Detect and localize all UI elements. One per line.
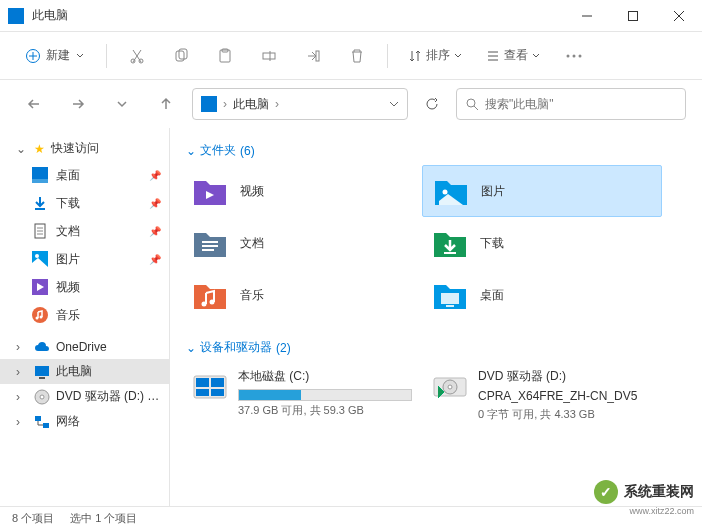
svg-point-43 [443, 190, 448, 195]
share-button[interactable] [295, 38, 331, 74]
svg-point-59 [448, 385, 452, 389]
quick-access-label: 快速访问 [51, 140, 99, 157]
folder-videos[interactable]: 视频 [182, 165, 422, 217]
content-area: ⌄ 文件夹 (6) 视频 图片 文档 下载 音乐 [170, 128, 702, 506]
svg-rect-15 [316, 51, 319, 61]
refresh-icon [425, 97, 439, 111]
svg-rect-54 [211, 378, 224, 387]
sidebar-item-label: 视频 [56, 279, 161, 296]
sidebar-onedrive[interactable]: › OneDrive [0, 335, 169, 359]
svg-rect-56 [211, 389, 224, 396]
svg-rect-13 [263, 53, 275, 59]
drive-name2: CPRA_X64FRE_ZH-CN_DV5 [478, 389, 652, 403]
sidebar-quick-access[interactable]: ⌄ ★ 快速访问 [0, 136, 169, 161]
delete-button[interactable] [339, 38, 375, 74]
trash-icon [349, 48, 365, 64]
sort-label: 排序 [426, 47, 450, 64]
svg-line-23 [474, 106, 478, 110]
arrow-left-icon [27, 97, 41, 111]
arrow-up-icon [159, 97, 173, 111]
folder-downloads[interactable]: 下载 [422, 217, 662, 269]
folder-desktop[interactable]: 桌面 [422, 269, 662, 321]
drive-name: DVD 驱动器 (D:) [478, 368, 652, 385]
svg-rect-50 [441, 293, 459, 304]
view-button[interactable]: 查看 [478, 41, 548, 70]
folder-pictures[interactable]: 图片 [422, 165, 662, 217]
svg-point-20 [573, 54, 576, 57]
picture-icon [32, 251, 48, 267]
breadcrumb-location[interactable]: 此电脑 [233, 96, 269, 113]
sidebar-item-videos[interactable]: 视频 [0, 273, 169, 301]
section-count: (6) [240, 144, 255, 158]
chevron-right-icon: › [16, 415, 28, 429]
sidebar-item-label: 下载 [56, 195, 141, 212]
sidebar-item-pictures[interactable]: 图片 📌 [0, 245, 169, 273]
sidebar-this-pc[interactable]: › 此电脑 [0, 359, 169, 384]
sidebar-item-documents[interactable]: 文档 📌 [0, 217, 169, 245]
sidebar-item-music[interactable]: 音乐 [0, 301, 169, 329]
section-devices[interactable]: ⌄ 设备和驱动器 (2) [182, 333, 690, 362]
search-box[interactable] [456, 88, 686, 120]
cut-icon [129, 48, 145, 64]
drive-icon [192, 368, 228, 404]
drives-grid: 本地磁盘 (C:) 37.9 GB 可用, 共 59.3 GB DVD 驱动器 … [182, 362, 690, 428]
cut-button[interactable] [119, 38, 155, 74]
maximize-button[interactable] [610, 0, 656, 32]
pin-icon: 📌 [149, 170, 161, 181]
download-folder-icon [432, 225, 468, 261]
arrow-right-icon [71, 97, 85, 111]
drive-c[interactable]: 本地磁盘 (C:) 37.9 GB 可用, 共 59.3 GB [182, 362, 422, 428]
chevron-down-icon[interactable] [389, 99, 399, 109]
recent-button[interactable] [104, 86, 140, 122]
item-count: 8 个项目 [12, 511, 54, 526]
minimize-button[interactable] [564, 0, 610, 32]
drive-dvd[interactable]: DVD 驱动器 (D:) CPRA_X64FRE_ZH-CN_DV5 0 字节 … [422, 362, 662, 428]
svg-point-40 [40, 395, 44, 399]
new-button[interactable]: 新建 [16, 41, 94, 70]
pc-icon [201, 96, 217, 112]
more-button[interactable] [556, 38, 592, 74]
refresh-button[interactable] [416, 88, 448, 120]
ellipsis-icon [566, 54, 582, 58]
svg-rect-24 [32, 167, 48, 179]
chevron-down-icon [454, 52, 462, 60]
dvd-drive-icon [432, 368, 468, 404]
sort-icon [408, 49, 422, 63]
back-button[interactable] [16, 86, 52, 122]
chevron-down-icon [532, 52, 540, 60]
folder-music[interactable]: 音乐 [182, 269, 422, 321]
folder-documents[interactable]: 文档 [182, 217, 422, 269]
body-area: ⌄ ★ 快速访问 桌面 📌 下载 📌 文档 📌 图片 [0, 128, 702, 506]
search-icon [465, 97, 479, 111]
sidebar-item-downloads[interactable]: 下载 📌 [0, 189, 169, 217]
chevron-down-icon [117, 99, 127, 109]
address-bar[interactable]: › 此电脑 › [192, 88, 408, 120]
sort-button[interactable]: 排序 [400, 41, 470, 70]
sidebar-network[interactable]: › 网络 [0, 409, 169, 434]
music-icon [32, 307, 48, 323]
paste-button[interactable] [207, 38, 243, 74]
navbar: › 此电脑 › [0, 80, 702, 128]
drive-subtitle: 0 字节 可用, 共 4.33 GB [478, 407, 652, 422]
sidebar-item-label: 桌面 [56, 167, 141, 184]
section-label: 文件夹 [200, 142, 236, 159]
folder-label: 音乐 [240, 287, 264, 304]
sidebar-item-label: 图片 [56, 251, 141, 268]
close-button[interactable] [656, 0, 702, 32]
onedrive-label: OneDrive [56, 340, 107, 354]
svg-point-49 [210, 300, 215, 305]
rename-button[interactable] [251, 38, 287, 74]
sidebar: ⌄ ★ 快速访问 桌面 📌 下载 📌 文档 📌 图片 [0, 128, 170, 506]
svg-point-22 [467, 99, 475, 107]
dvd-label: DVD 驱动器 (D:) CP [56, 388, 161, 405]
sidebar-dvd[interactable]: › DVD 驱动器 (D:) CP [0, 384, 169, 409]
section-folders[interactable]: ⌄ 文件夹 (6) [182, 136, 690, 165]
sidebar-item-desktop[interactable]: 桌面 📌 [0, 161, 169, 189]
view-label: 查看 [504, 47, 528, 64]
svg-point-35 [36, 317, 39, 320]
forward-button[interactable] [60, 86, 96, 122]
up-button[interactable] [148, 86, 184, 122]
search-input[interactable] [485, 97, 677, 111]
separator [387, 44, 388, 68]
copy-button[interactable] [163, 38, 199, 74]
